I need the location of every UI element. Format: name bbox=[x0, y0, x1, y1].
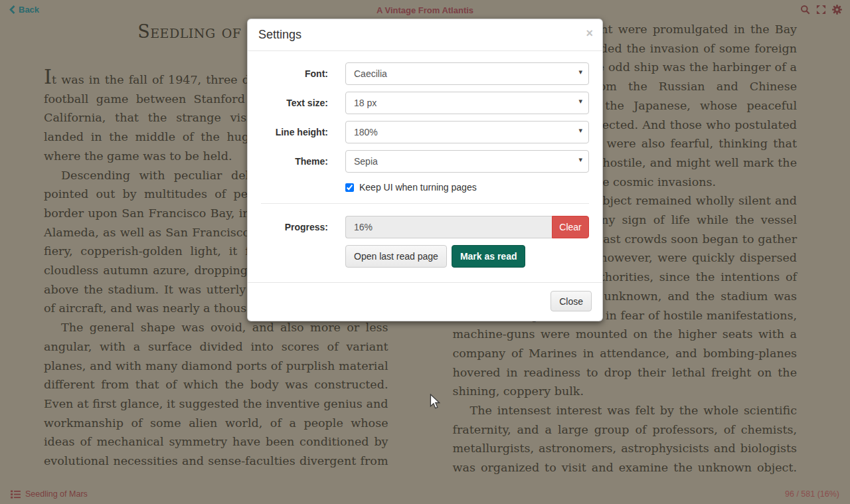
book-title: A Vintage From Atlantis bbox=[0, 5, 850, 15]
book-paragraph: The general shape was ovoid, and also mo… bbox=[44, 318, 388, 477]
settings-modal: Settings × Font: Caecilia Text size: 18 … bbox=[247, 19, 603, 321]
page-position: 96 / 581 (16%) bbox=[785, 489, 839, 499]
modal-footer: Close bbox=[248, 282, 602, 321]
fullscreen-icon[interactable] bbox=[816, 5, 826, 15]
list-icon bbox=[11, 490, 21, 499]
text-size-label: Text size: bbox=[261, 98, 345, 108]
font-label: Font: bbox=[261, 68, 345, 79]
modal-body: Font: Caecilia Text size: 18 px Line hei… bbox=[248, 51, 602, 282]
line-height-label: Line height: bbox=[261, 127, 345, 137]
top-bar: Back A Vintage From Atlantis bbox=[0, 0, 850, 20]
close-button[interactable]: Close bbox=[551, 291, 592, 311]
gear-icon[interactable] bbox=[832, 5, 842, 15]
line-height-select-wrap: 180% bbox=[345, 121, 589, 143]
theme-select-wrap: Sepia bbox=[345, 150, 589, 173]
top-icons bbox=[800, 5, 842, 15]
toc-button[interactable]: Seedling of Mars bbox=[11, 489, 88, 499]
progress-input[interactable] bbox=[345, 216, 552, 238]
close-icon[interactable]: × bbox=[586, 27, 593, 39]
bottom-bar: Seedling of Mars 96 / 581 (16%) bbox=[0, 483, 850, 504]
theme-select[interactable]: Sepia bbox=[345, 150, 589, 173]
keep-ui-checkbox[interactable] bbox=[345, 183, 354, 192]
font-select[interactable]: Caecilia bbox=[345, 62, 589, 85]
line-height-select[interactable]: 180% bbox=[345, 121, 589, 143]
divider bbox=[261, 203, 589, 204]
theme-label: Theme: bbox=[261, 156, 345, 167]
open-last-read-button[interactable]: Open last read page bbox=[345, 245, 447, 268]
book-paragraph: The intensest interest was felt by the w… bbox=[453, 401, 798, 477]
text-size-select-wrap: 18 px bbox=[345, 92, 589, 114]
keep-ui-label: Keep UI when turning pages bbox=[359, 182, 477, 193]
mark-as-read-button[interactable]: Mark as read bbox=[452, 245, 526, 268]
toc-label: Seedling of Mars bbox=[25, 489, 88, 499]
progress-label: Progress: bbox=[261, 222, 345, 232]
clear-progress-button[interactable]: Clear bbox=[552, 216, 589, 238]
text-size-select[interactable]: 18 px bbox=[345, 92, 589, 114]
search-icon[interactable] bbox=[800, 5, 810, 15]
font-select-wrap: Caecilia bbox=[345, 62, 589, 85]
modal-header: Settings × bbox=[248, 19, 602, 51]
modal-title: Settings bbox=[258, 28, 301, 41]
